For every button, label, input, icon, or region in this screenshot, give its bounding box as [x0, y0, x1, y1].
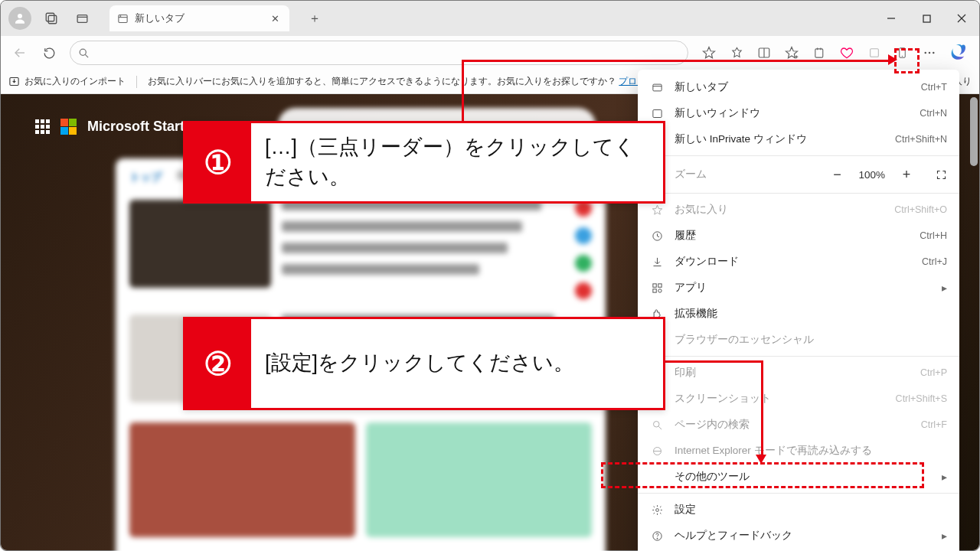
- svg-point-0: [18, 14, 22, 18]
- svg-rect-24: [871, 49, 879, 57]
- menu-extensions[interactable]: 拡張機能: [638, 301, 959, 327]
- copilot-button[interactable]: [947, 40, 973, 66]
- menu-label: ブラウザーのエッセンシャル: [675, 333, 947, 347]
- zoom-out-button[interactable]: −: [829, 167, 844, 183]
- new-tab-icon: [650, 82, 664, 93]
- menu-label: 新しいウィンドウ: [675, 106, 909, 120]
- svg-rect-21: [815, 48, 822, 57]
- svg-point-28: [929, 52, 931, 54]
- menu-shortcut: Ctrl+H: [920, 230, 947, 241]
- fullscreen-button[interactable]: [936, 169, 947, 181]
- annotation-connector: [462, 60, 464, 125]
- help-icon: [650, 530, 664, 542]
- svg-marker-37: [652, 205, 662, 214]
- svg-rect-1: [46, 13, 54, 21]
- new-tab-button[interactable]: ＋: [303, 7, 326, 30]
- feed-tab-top[interactable]: トップ: [129, 171, 162, 184]
- menu-settings[interactable]: 設定: [638, 497, 959, 523]
- svg-marker-18: [786, 47, 798, 58]
- vertical-scrollbar[interactable]: [969, 97, 978, 547]
- menu-ie-mode[interactable]: Internet Explorer モードで再読み込みする: [638, 438, 959, 464]
- svg-point-44: [658, 289, 661, 292]
- svg-line-14: [85, 54, 88, 57]
- svg-rect-41: [652, 283, 655, 286]
- menu-label: アプリ: [675, 281, 931, 295]
- callout-box-settings: [601, 462, 924, 488]
- menu-history[interactable]: 履歴 Ctrl+H: [638, 223, 959, 249]
- menu-label: ズーム: [675, 168, 818, 181]
- tab-close-button[interactable]: ✕: [268, 11, 282, 25]
- toolbar: [1, 36, 979, 70]
- annotation-connector: [665, 360, 763, 363]
- feed-thumbnail[interactable]: [129, 200, 271, 288]
- download-icon: [650, 256, 664, 268]
- svg-point-27: [924, 52, 926, 54]
- separator: [136, 76, 137, 88]
- menu-screenshot[interactable]: スクリーンショット Ctrl+Shift+S: [638, 386, 959, 412]
- import-favorites-label: お気に入りのインポート: [24, 75, 126, 88]
- svg-rect-43: [652, 289, 655, 292]
- menu-shortcut: Ctrl+F: [921, 419, 947, 430]
- submenu-arrow-icon: ▸: [942, 471, 947, 483]
- svg-marker-15: [704, 47, 715, 58]
- menu-new-window[interactable]: 新しいウィンドウ Ctrl+N: [638, 100, 959, 126]
- annotation-text: […]（三点リーダー）をクリックしてください。: [251, 123, 663, 201]
- refresh-button[interactable]: [36, 40, 62, 66]
- favorites-hint-text: お気に入りバーにお気に入りを追加すると、簡単にアクセスできるようになります。お気…: [148, 76, 619, 86]
- svg-point-13: [80, 49, 86, 55]
- menu-label: ページ内の検索: [675, 418, 910, 432]
- menu-label: 拡張機能: [675, 307, 947, 321]
- annotation-1: ① […]（三点リーダー）をクリックしてください。: [183, 121, 665, 204]
- annotation-badge: ①: [185, 123, 251, 201]
- workspaces-icon[interactable]: [41, 8, 62, 29]
- menu-label: Internet Explorer モードで再読み込みする: [675, 444, 947, 458]
- menu-help[interactable]: ヘルプとフィードバック ▸: [638, 523, 959, 549]
- svg-rect-2: [48, 15, 57, 24]
- menu-inprivate[interactable]: 新しい InPrivate ウィンドウ Ctrl+Shift+N: [638, 126, 959, 152]
- callout-box-more-button: [894, 48, 920, 73]
- back-button[interactable]: [7, 40, 33, 66]
- submenu-arrow-icon: ▸: [942, 282, 947, 294]
- menu-essentials[interactable]: ブラウザーのエッセンシャル: [638, 327, 959, 353]
- maximize-button[interactable]: [909, 1, 944, 36]
- menu-shortcut: Ctrl+T: [921, 82, 947, 93]
- annotation-2: ② [設定]をクリックしてください。: [183, 317, 665, 410]
- menu-new-tab[interactable]: 新しいタブ Ctrl+T: [638, 74, 959, 100]
- ie-icon: [650, 445, 664, 457]
- svg-rect-42: [658, 283, 661, 286]
- minimize-button[interactable]: [874, 1, 909, 36]
- favorites-hint: お気に入りバーにお気に入りを追加すると、簡単にアクセスできるようになります。お気…: [148, 75, 692, 88]
- zoom-value: 100%: [858, 169, 885, 181]
- close-window-button[interactable]: [944, 1, 979, 36]
- menu-label: ダウンロード: [675, 255, 911, 269]
- settings-more-button[interactable]: [916, 40, 942, 66]
- scrollbar-thumb[interactable]: [970, 97, 978, 166]
- menu-label: 履歴: [675, 229, 909, 243]
- svg-rect-3: [77, 15, 87, 22]
- import-icon: [8, 76, 20, 87]
- profile-avatar[interactable]: [8, 7, 31, 30]
- menu-find[interactable]: ページ内の検索 Ctrl+F: [638, 412, 959, 438]
- menu-label: お気に入り: [675, 203, 884, 217]
- submenu-arrow-icon: ▸: [942, 530, 947, 542]
- menu-label: 新しい InPrivate ウィンドウ: [675, 132, 884, 146]
- menu-label: 新しいタブ: [675, 80, 910, 94]
- menu-favorites[interactable]: お気に入り Ctrl+Shift+O: [638, 197, 959, 223]
- annotation-connector: [761, 360, 763, 456]
- menu-shortcut: Ctrl+Shift+O: [894, 204, 947, 215]
- import-favorites-button[interactable]: お気に入りのインポート: [8, 75, 126, 88]
- zoom-in-button[interactable]: +: [899, 167, 914, 183]
- menu-print[interactable]: 印刷 Ctrl+P: [638, 360, 959, 386]
- browser-window: 新しいタブ ✕ ＋: [0, 0, 980, 551]
- app-launcher-icon[interactable]: [35, 119, 50, 134]
- arrow-head-icon: [756, 455, 766, 464]
- tab-actions-icon[interactable]: [71, 8, 93, 29]
- browser-tab[interactable]: 新しいタブ ✕: [109, 5, 289, 31]
- menu-apps[interactable]: アプリ ▸: [638, 275, 959, 301]
- feed-row: [129, 200, 592, 299]
- feed-card[interactable]: [129, 422, 355, 537]
- menu-downloads[interactable]: ダウンロード Ctrl+J: [638, 249, 959, 275]
- title-bar: 新しいタブ ✕ ＋: [1, 1, 979, 36]
- feed-card[interactable]: [366, 422, 592, 537]
- find-icon: [650, 419, 664, 431]
